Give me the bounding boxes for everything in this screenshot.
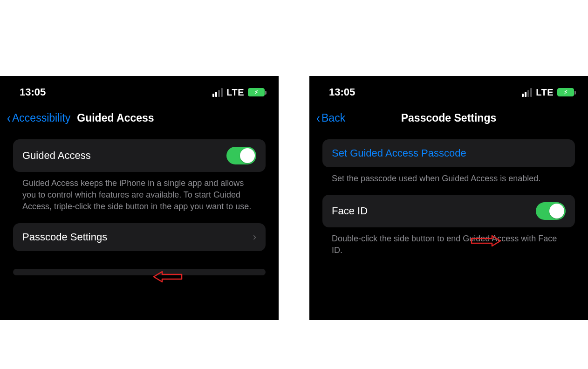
status-time: 13:05 xyxy=(329,86,355,98)
nav-bar: ‹ Back Passcode Settings xyxy=(309,107,588,129)
row-set-passcode[interactable]: Set Guided Access Passcode xyxy=(322,139,575,167)
status-bar: 13:05 LTE ⚡︎ xyxy=(309,76,588,107)
back-label: Back xyxy=(321,112,345,124)
row-label: Passcode Settings xyxy=(22,231,107,243)
chevron-left-icon: ‹ xyxy=(316,111,320,125)
status-time: 13:05 xyxy=(20,86,46,98)
back-button[interactable]: ‹ Accessibility xyxy=(7,111,70,125)
screenshot-passcode-settings: 13:05 LTE ⚡︎ ‹ Back Passcode Settings Se… xyxy=(309,76,588,320)
back-label: Accessibility xyxy=(12,112,70,124)
next-group-stub xyxy=(13,269,266,275)
page-title: Guided Access xyxy=(77,112,154,124)
row-face-id-toggle[interactable]: Face ID xyxy=(322,195,575,227)
row-label: Guided Access xyxy=(22,150,91,162)
face-id-footer: Double-click the side button to end Guid… xyxy=(322,227,575,266)
battery-charging-icon: ⚡︎ xyxy=(248,88,265,96)
screenshot-guided-access: 13:05 LTE ⚡︎ ‹ Accessibility Guided Acce… xyxy=(0,76,279,320)
battery-charging-icon: ⚡︎ xyxy=(557,88,574,96)
row-guided-access-toggle[interactable]: Guided Access xyxy=(13,139,266,172)
row-label: Face ID xyxy=(332,205,368,217)
guided-access-footer: Guided Access keeps the iPhone in a sing… xyxy=(13,172,266,223)
status-bar: 13:05 LTE ⚡︎ xyxy=(0,76,279,107)
set-passcode-footer: Set the passcode used when Guided Access… xyxy=(322,167,575,195)
network-type: LTE xyxy=(226,87,244,98)
network-type: LTE xyxy=(536,87,554,98)
status-indicators: LTE ⚡︎ xyxy=(522,87,574,98)
chevron-right-icon: › xyxy=(253,231,256,243)
row-label: Set Guided Access Passcode xyxy=(332,147,466,159)
cellular-signal-icon xyxy=(212,88,223,97)
toggle-switch[interactable] xyxy=(536,202,566,220)
cellular-signal-icon xyxy=(522,88,532,97)
page-title: Passcode Settings xyxy=(309,112,588,124)
nav-bar: ‹ Accessibility Guided Access xyxy=(0,107,279,129)
back-button[interactable]: ‹ Back xyxy=(316,111,345,125)
status-indicators: LTE ⚡︎ xyxy=(212,87,265,98)
row-passcode-settings[interactable]: Passcode Settings › xyxy=(13,223,266,251)
chevron-left-icon: ‹ xyxy=(7,111,11,125)
toggle-switch[interactable] xyxy=(226,147,256,164)
